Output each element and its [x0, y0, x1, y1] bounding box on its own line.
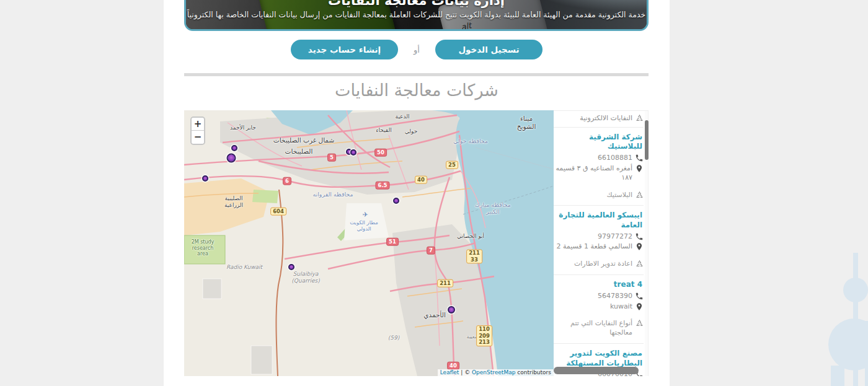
road-shield: 604 — [270, 208, 286, 216]
companies-sidebar: النفايات الالكترونيةشركة الشرقية للبلاست… — [554, 110, 649, 376]
recycle-icon — [635, 191, 644, 200]
company-map-marker[interactable] — [288, 264, 294, 270]
phone-icon — [635, 154, 644, 162]
company-phone-row: 66108881 — [554, 154, 644, 163]
waste-type-row: النفايات الالكترونية — [554, 114, 644, 123]
waste-type-row: اعادة تدوير الاطارات — [554, 260, 644, 269]
road-shield: 6.5 — [375, 182, 389, 190]
company-name[interactable]: مصنع الكويت لتدوير البطاريات المستهلكة — [554, 349, 642, 368]
phone-icon — [635, 232, 644, 241]
plane-icon: ✈ — [362, 211, 368, 219]
page-content: alt إدارة بيانات معالجة النفايات خدمة ال… — [164, 0, 670, 386]
company-phone-row-text: 56478390 — [554, 292, 632, 301]
recycle-icon — [635, 260, 644, 268]
company-name[interactable]: ايبسكو العالمية للتجارة العامة — [554, 211, 642, 230]
road-shield: 40 — [415, 176, 427, 184]
road-shield: 7 — [427, 247, 435, 255]
list-divider — [554, 127, 644, 128]
sidebar-horizontal-scrollbar-thumb[interactable] — [554, 367, 639, 374]
company-map-marker[interactable] — [448, 306, 455, 314]
company-list: النفايات الالكترونيةشركة الشرقية للبلاست… — [554, 111, 644, 376]
leaflet-link[interactable]: Leaflet — [440, 369, 459, 375]
sidebar-scrollbar-thumb[interactable] — [645, 120, 649, 160]
pin-icon — [635, 164, 644, 173]
company-map-marker[interactable] — [393, 198, 399, 204]
company-map-marker[interactable] — [227, 154, 236, 163]
service-banner: alt إدارة بيانات معالجة النفايات خدمة ال… — [184, 0, 649, 31]
company-address-row: السالمي قطعة 1 قسيمة 2 — [554, 242, 644, 252]
road-shield: 25 — [446, 161, 458, 169]
recycle-icon — [635, 114, 644, 123]
road-shield: 6 — [283, 177, 291, 185]
kuwait-towers-watermark — [822, 253, 868, 386]
company-phone-row: 56478390 — [554, 292, 644, 301]
road-shield: 40 — [447, 362, 459, 370]
road-shield: 211 — [437, 279, 453, 287]
company-address-row-text: أمغره الصناعيه ق ٣ قسيمه ١٨٧ — [554, 164, 632, 183]
map-zoom-control: + − — [190, 116, 205, 145]
attribution-suffix: contributors — [515, 369, 551, 375]
osm-link[interactable]: OpenStreetMap — [472, 369, 515, 375]
section-divider — [184, 73, 649, 76]
company-address-row: kuwait — [554, 302, 644, 312]
list-divider — [554, 274, 644, 275]
zoom-in-button[interactable]: + — [192, 118, 204, 131]
company-address-row-text: kuwait — [554, 302, 632, 312]
zoom-out-button[interactable]: − — [192, 131, 204, 144]
waste-type-row-text: اعادة تدوير الاطارات — [554, 260, 632, 269]
road-shield: 51 — [386, 238, 399, 246]
pin-icon — [635, 302, 644, 311]
company-phone-row-text: 97977272 — [554, 232, 632, 242]
road-shield: 50 — [374, 149, 387, 157]
waste-type-row-text: أنواع النفايات التي تتم معالجتها — [554, 319, 632, 338]
map-attribution: Leaflet | © OpenStreetMap contributors — [438, 369, 554, 376]
company-map-marker[interactable] — [202, 175, 208, 182]
pin-icon — [635, 242, 644, 251]
register-button[interactable]: إنشاء حساب جديد — [291, 40, 398, 59]
waste-type-row: البلاستيك — [554, 191, 644, 200]
company-address-row: أمغره الصناعيه ق ٣ قسيمه ١٨٧ — [554, 164, 644, 183]
page-title: شركات معالجة النفايات — [164, 81, 670, 100]
list-divider — [554, 343, 644, 344]
company-phone-row-text: 66108881 — [554, 154, 632, 163]
map[interactable]: جابر الأحمدشمال غرب الصليبخاتالصليبخاتمي… — [184, 110, 554, 376]
map-tiles — [184, 110, 554, 376]
attribution-separator: | © — [459, 369, 472, 375]
road-shield: 5 — [327, 154, 336, 162]
banner-subtitle: خدمة الكترونية مقدمة من الهيئة العامة لل… — [186, 10, 647, 19]
banner-title: إدارة بيانات معالجة النفايات — [186, 0, 647, 8]
road-shield: 21133 — [466, 249, 482, 263]
company-name[interactable]: treat 4 — [554, 280, 642, 290]
list-divider — [554, 205, 644, 206]
company-map-marker[interactable] — [350, 149, 356, 156]
road-shield: 110209213 — [476, 325, 492, 346]
recycle-icon — [635, 319, 644, 328]
waste-type-row: أنواع النفايات التي تتم معالجتها — [554, 319, 644, 338]
company-name[interactable]: شركة الشرقية للبلاستيك — [554, 133, 642, 152]
auth-row: تسجيل الدخول أو إنشاء حساب جديد — [164, 40, 670, 59]
company-map-marker[interactable] — [231, 145, 237, 151]
login-button[interactable]: تسجيل الدخول — [435, 40, 542, 59]
company-address-row-text: السالمي قطعة 1 قسيمة 2 — [554, 242, 632, 252]
waste-type-row-text: النفايات الالكترونية — [554, 114, 632, 123]
phone-icon — [635, 292, 644, 300]
company-phone-row: 97977272 — [554, 232, 644, 242]
waste-type-row-text: البلاستيك — [554, 191, 632, 200]
or-label: أو — [412, 45, 422, 55]
